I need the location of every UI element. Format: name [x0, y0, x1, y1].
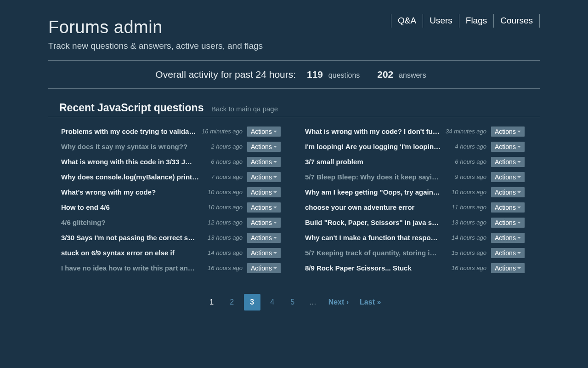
question-title[interactable]: What's wrong with my code? — [61, 188, 201, 196]
actions-button[interactable]: Actions — [247, 187, 281, 197]
actions-button[interactable]: Actions — [247, 233, 281, 243]
actions-button[interactable]: Actions — [491, 126, 525, 137]
question-title[interactable]: I have no idea how to write this part an… — [61, 264, 201, 272]
actions-button-label: Actions — [251, 264, 272, 272]
question-row: How to end 4/610 hours agoActions — [50, 200, 294, 215]
actions-button-label: Actions — [495, 204, 516, 211]
question-time: 11 hours ago — [445, 204, 491, 211]
top-nav: Q&A Users Flags Courses — [391, 14, 540, 28]
nav-qa[interactable]: Q&A — [391, 14, 423, 28]
question-title[interactable]: Why am I keep getting "Oops, try again… — [305, 188, 445, 196]
chevron-down-icon — [517, 237, 521, 239]
section-heading: Recent JavaScript questions — [59, 102, 204, 114]
question-time: 16 minutes ago — [201, 128, 247, 135]
actions-button-label: Actions — [495, 128, 516, 135]
actions-button[interactable]: Actions — [247, 142, 281, 152]
activity-label: Overall activity for past 24 hours: — [155, 69, 296, 80]
question-row: Problems with my code trying to valida…1… — [50, 124, 294, 139]
actions-button-label: Actions — [251, 204, 272, 211]
question-time: 2 hours ago — [201, 143, 247, 150]
page-last[interactable]: Last » — [356, 294, 384, 310]
nav-courses[interactable]: Courses — [493, 14, 540, 28]
actions-button[interactable]: Actions — [247, 126, 281, 137]
nav-flags[interactable]: Flags — [459, 14, 493, 28]
actions-button[interactable]: Actions — [491, 172, 525, 182]
actions-button[interactable]: Actions — [247, 172, 281, 182]
questions-columns: Problems with my code trying to valida…1… — [48, 124, 540, 276]
question-title[interactable]: stuck on 6/9 syntax error on else if — [61, 249, 201, 257]
question-title[interactable]: What is wrong with my code? I don't fu… — [305, 127, 445, 135]
question-title[interactable]: 3/30 Says I'm not passing the correct s… — [61, 234, 201, 242]
question-time: 4 hours ago — [445, 143, 491, 150]
question-title[interactable]: 8/9 Rock Paper Scissors... Stuck — [305, 264, 445, 272]
page-5[interactable]: 5 — [284, 294, 301, 310]
question-title[interactable]: Why does it say my syntax is wrong?? — [61, 143, 201, 150]
question-title[interactable]: Why does console.log(myBalance) print… — [61, 173, 201, 181]
page-1[interactable]: 1 — [204, 294, 220, 310]
question-title[interactable]: 5/7 Keeping track of quantity, storing i… — [305, 249, 445, 257]
actions-button[interactable]: Actions — [491, 218, 525, 228]
question-row: 5/7 Keeping track of quantity, storing i… — [294, 245, 538, 260]
actions-button[interactable]: Actions — [247, 248, 281, 258]
actions-button[interactable]: Actions — [491, 233, 525, 243]
question-time: 14 hours ago — [201, 249, 247, 256]
chevron-down-icon — [517, 207, 521, 208]
question-row: 3/30 Says I'm not passing the correct s…… — [50, 230, 294, 245]
question-title[interactable]: 3/7 small problem — [305, 158, 445, 166]
page-title: Forums admin — [48, 17, 263, 37]
actions-button-label: Actions — [251, 219, 272, 226]
questions-column-left: Problems with my code trying to valida…1… — [50, 124, 294, 276]
actions-button[interactable]: Actions — [491, 202, 525, 213]
question-time: 12 hours ago — [201, 219, 247, 226]
answers-count: 202 — [377, 69, 393, 80]
question-time: 15 hours ago — [445, 249, 491, 256]
page-next[interactable]: Next › — [325, 294, 352, 310]
pagination: 1 2 3 4 5 … Next › Last » — [48, 294, 540, 310]
back-link[interactable]: Back to main qa page — [211, 105, 278, 113]
actions-button-label: Actions — [495, 249, 516, 257]
question-time: 6 hours ago — [201, 158, 247, 165]
chevron-down-icon — [517, 252, 521, 254]
question-title[interactable]: Problems with my code trying to valida… — [61, 127, 201, 135]
actions-button[interactable]: Actions — [491, 157, 525, 167]
chevron-down-icon — [273, 161, 277, 163]
question-time: 13 hours ago — [445, 219, 491, 226]
question-row: 8/9 Rock Paper Scissors... Stuck16 hours… — [294, 260, 538, 276]
question-row: stuck on 6/9 syntax error on else if14 h… — [50, 245, 294, 260]
question-title[interactable]: Why can't I make a function that respo… — [305, 234, 445, 242]
actions-button[interactable]: Actions — [491, 142, 525, 152]
actions-button[interactable]: Actions — [491, 187, 525, 197]
question-title[interactable]: Build "Rock, Paper, Scissors" in java s… — [305, 218, 445, 226]
chevron-down-icon — [517, 222, 521, 224]
actions-button-label: Actions — [495, 143, 516, 150]
actions-button[interactable]: Actions — [491, 263, 525, 273]
nav-users[interactable]: Users — [423, 14, 459, 28]
actions-button-label: Actions — [251, 158, 272, 166]
question-title[interactable]: How to end 4/6 — [61, 203, 201, 211]
chevron-down-icon — [273, 237, 277, 239]
page-4[interactable]: 4 — [264, 294, 281, 310]
chevron-down-icon — [517, 131, 521, 132]
question-title[interactable]: 4/6 glitching? — [61, 218, 201, 226]
question-time: 14 hours ago — [445, 234, 491, 241]
actions-button[interactable]: Actions — [247, 218, 281, 228]
question-row: Why am I keep getting "Oops, try again…1… — [294, 184, 538, 200]
page-2[interactable]: 2 — [224, 294, 240, 310]
question-time: 16 hours ago — [445, 264, 491, 271]
actions-button[interactable]: Actions — [247, 202, 281, 213]
question-title[interactable]: What is wrong with this code in 3/33 J… — [61, 158, 201, 166]
actions-button[interactable]: Actions — [247, 263, 281, 273]
actions-button-label: Actions — [251, 128, 272, 135]
question-title[interactable]: choose your own adventure error — [305, 203, 445, 211]
actions-button[interactable]: Actions — [491, 248, 525, 258]
chevron-down-icon — [273, 207, 277, 208]
question-row: Why does it say my syntax is wrong??2 ho… — [50, 139, 294, 154]
actions-button-label: Actions — [251, 234, 272, 242]
actions-button[interactable]: Actions — [247, 157, 281, 167]
question-title[interactable]: 5/7 Bleep Bleep: Why does it keep sayi… — [305, 173, 445, 181]
question-title[interactable]: I'm looping! Are you logging 'I'm loopin… — [305, 143, 445, 150]
question-row: Why can't I make a function that respo…1… — [294, 230, 538, 245]
chevron-down-icon — [517, 146, 521, 148]
chevron-down-icon — [273, 252, 277, 254]
question-row: Why does console.log(myBalance) print…7 … — [50, 169, 294, 184]
